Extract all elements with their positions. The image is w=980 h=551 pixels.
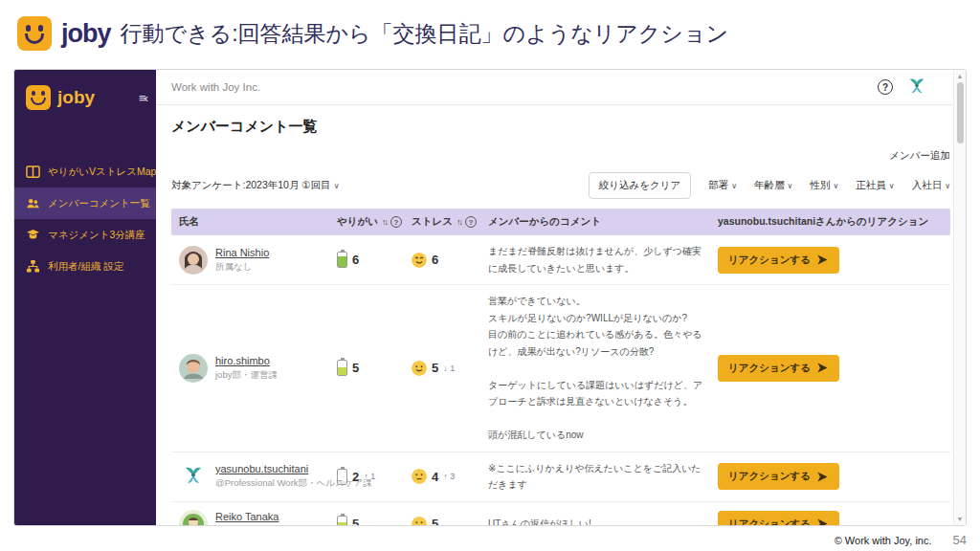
company-name: Work with Joy Inc. [171, 81, 260, 93]
chevron-down-icon: ∨ [945, 182, 950, 190]
topbar: Work with Joy Inc. ? [156, 70, 966, 105]
reaction-button[interactable]: リアクションする [718, 247, 839, 274]
joby-logo-icon [17, 16, 52, 51]
bird-logo-icon[interactable] [906, 77, 927, 98]
filter-employment[interactable]: 正社員∨ [856, 179, 894, 192]
joby-wordmark: joby [57, 87, 132, 108]
copyright: © Work with Joy, inc. [835, 535, 932, 546]
member-comment: UTさんの返信がほしい! [488, 516, 718, 525]
emoji-face-icon [412, 361, 427, 376]
sidebar: joby ≡‹ やりがいVストレスMap メンバーコメント一覧 [14, 70, 156, 525]
member-name-link[interactable]: Rina Nishio [215, 247, 269, 258]
help-icon[interactable]: ? [878, 79, 893, 95]
chevron-down-icon: ∨ [334, 182, 340, 190]
filter-join-date[interactable]: 入社日∨ [912, 179, 950, 192]
member-name-link[interactable]: Reiko Tanaka [215, 511, 336, 522]
battery-icon [337, 469, 347, 485]
emoji-face-icon [412, 469, 427, 484]
page-number: 54 [953, 533, 967, 547]
table-row: Rina Nishio 所属なし 6 6 まだまだ脊髄反射は抜けませんが、少しず… [171, 235, 950, 285]
sidebar-item-management-course[interactable]: マネジメント3分講座 [14, 219, 156, 251]
table-row: yasunobu.tsuchitani @Professional Work部・… [171, 452, 950, 502]
avatar [179, 354, 208, 383]
scrollbar[interactable]: ▲ ▼ [953, 70, 966, 525]
course-icon [26, 228, 40, 242]
sidebar-item-org-settings[interactable]: 利用者/組織 設定 [14, 251, 156, 282]
avatar [179, 246, 208, 275]
sidebar-nav: やりがいVストレスMap メンバーコメント一覧 マネジメント3分講座 [14, 156, 156, 282]
page-title: メンバーコメント一覧 [171, 118, 950, 136]
members-icon [26, 196, 40, 210]
reaction-button[interactable]: リアクションする [718, 463, 839, 490]
chevron-down-icon: ∨ [833, 182, 838, 190]
chevron-down-icon: ∨ [889, 182, 895, 190]
member-dept: joby部・運営課 [215, 369, 278, 382]
send-icon [816, 518, 829, 525]
sidebar-item-label: 利用者/組織 設定 [48, 260, 123, 274]
help-icon[interactable]: ? [390, 216, 402, 228]
member-comment: まだまだ脊髄反射は抜けませんが、少しずつ確実に成長していきたいと思います。 [488, 243, 718, 276]
main-area: Work with Joy Inc. ? メンバーコメント一覧 メンバー追加 対… [156, 70, 966, 525]
sidebar-item-label: やりがいVストレスMap [48, 165, 156, 179]
col-reaction: yasunobu.tsuchitaniさんからのリアクション [718, 215, 950, 229]
filter-row: 対象アンケート:2023年10月 ①回目∨ 絞り込みをクリア 部署∨ 年齢層∨ … [171, 172, 950, 199]
filter-department[interactable]: 部署∨ [708, 179, 737, 192]
chevron-down-icon: ∨ [788, 182, 793, 190]
member-comment: ※ここにふりかえりや伝えたいことをご記入いただきます [488, 460, 718, 494]
battery-icon [337, 516, 347, 525]
sidebar-item-map[interactable]: やりがいVストレスMap [14, 156, 156, 187]
add-member-link[interactable]: メンバー追加 [889, 149, 950, 161]
member-comment: 営業ができていない。 スキルが足りないのか?WILLが足りないのか? 目の前のこ… [488, 293, 718, 444]
filter-gender[interactable]: 性別∨ [810, 179, 838, 192]
org-settings-icon [26, 259, 40, 274]
send-icon [816, 362, 829, 374]
filter-age-group[interactable]: 年齢層∨ [754, 179, 792, 192]
sort-icon[interactable]: ↑↓ [382, 217, 387, 227]
member-dept: 所属なし [215, 261, 269, 274]
joby-logo-icon [26, 85, 51, 110]
sidebar-item-label: マネジメント3分講座 [48, 229, 145, 242]
sidebar-item-label: メンバーコメント一覧 [48, 197, 150, 210]
battery-icon [337, 360, 347, 376]
member-dept: Professional Work部・RPO課 [215, 525, 336, 526]
help-icon[interactable]: ? [465, 216, 477, 228]
avatar [179, 510, 208, 526]
scroll-up-icon[interactable]: ▲ [957, 70, 964, 82]
slide-footer: © Work with Joy, inc. 54 [835, 533, 967, 547]
table-row: Reiko Tanaka Professional Work部・RPO課 5 5… [171, 502, 950, 526]
avatar [179, 462, 208, 491]
table-row: hiro.shimbo joby部・運営課 5 5↓ 1 営業ができていない。 … [171, 285, 950, 452]
send-icon [816, 471, 829, 483]
col-name: 氏名 [179, 215, 337, 229]
clear-filter-button[interactable]: 絞り込みをクリア [589, 172, 691, 199]
col-stress: ストレス [412, 215, 453, 229]
reaction-button[interactable]: リアクションする [718, 511, 839, 526]
table-header: 氏名 やりがい↑↓? ストレス↑↓? メンバーからのコメント yasunobu.… [171, 209, 950, 235]
send-icon [816, 253, 829, 266]
chevron-down-icon: ∨ [731, 182, 737, 190]
survey-select[interactable]: 対象アンケート:2023年10月 ①回目∨ [171, 179, 340, 192]
reaction-button[interactable]: リアクションする [718, 355, 839, 382]
slide: joby 行動できる:回答結果から「交換日記」のようなリアクション joby ≡… [0, 0, 980, 551]
slide-header: joby 行動できる:回答結果から「交換日記」のようなリアクション [0, 0, 980, 55]
scroll-down-icon[interactable]: ▼ [957, 513, 964, 525]
col-comment: メンバーからのコメント [488, 215, 718, 229]
slide-title: 行動できる:回答結果から「交換日記」のようなリアクション [121, 19, 728, 49]
member-name-link[interactable]: hiro.shimbo [215, 355, 278, 366]
emoji-face-icon [412, 253, 427, 268]
sidebar-item-member-comments[interactable]: メンバーコメント一覧 [14, 187, 156, 219]
content: メンバーコメント一覧 メンバー追加 対象アンケート:2023年10月 ①回目∨ … [156, 105, 966, 525]
col-yarigai: やりがい [337, 215, 378, 229]
collapse-sidebar-icon[interactable]: ≡‹ [139, 91, 146, 105]
app-window: joby ≡‹ やりがいVストレスMap メンバーコメント一覧 [13, 69, 967, 526]
sidebar-header: joby ≡‹ [14, 70, 156, 120]
joby-wordmark: joby [61, 19, 111, 49]
scrollbar-thumb[interactable] [957, 82, 964, 143]
sort-icon[interactable]: ↑↓ [457, 217, 461, 227]
map-icon [26, 165, 40, 179]
emoji-face-icon [412, 517, 427, 526]
battery-icon [337, 252, 347, 268]
